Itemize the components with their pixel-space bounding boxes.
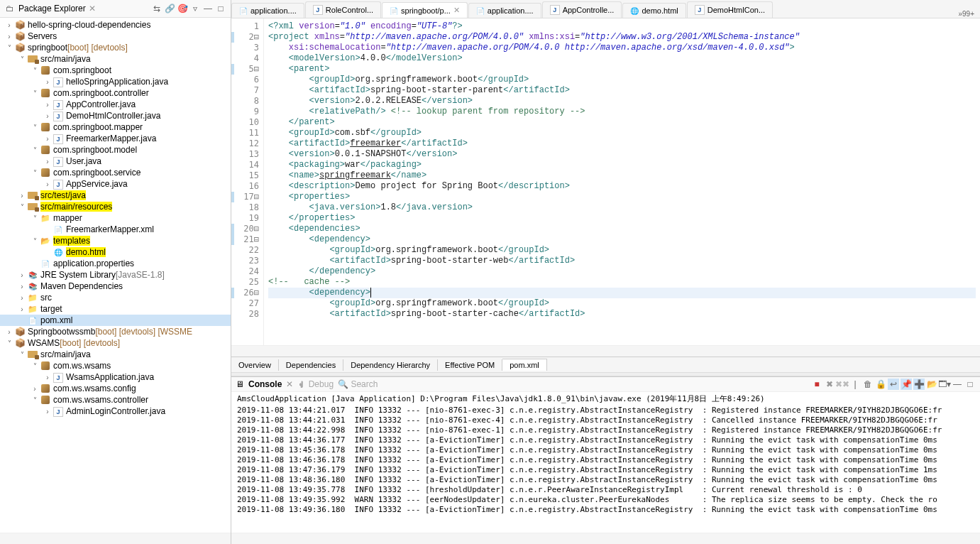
editor-tab[interactable]: application.... (231, 3, 304, 18)
code-line[interactable]: xsi:schemaLocation="http://maven.apache.… (268, 43, 976, 53)
remove-launch-icon[interactable]: ✖ (824, 379, 835, 390)
tree-item[interactable]: ˅com.springboot.service (0, 167, 231, 178)
expand-arrow-icon[interactable]: ˅ (30, 214, 40, 222)
tree-item[interactable]: FreemarkerMapper.xml (0, 224, 231, 235)
expand-arrow-icon[interactable]: ˅ (4, 44, 14, 52)
tree-item[interactable]: ›AppService.java (0, 178, 231, 190)
code-line[interactable]: <version>2.0.2.RELEASE</version> (268, 96, 976, 107)
tree-item[interactable]: ›target (0, 303, 231, 315)
code-line[interactable]: <groupId>org.springframework.boot</group… (268, 298, 976, 309)
tree-item[interactable]: ˅com.springboot (0, 65, 231, 76)
code-area[interactable]: <?xml version="1.0" encoding="UTF-8"?><p… (264, 18, 980, 345)
code-line[interactable]: <artifactId>spring-boot-starter-cache</a… (268, 309, 976, 320)
tree-item[interactable]: ›Maven Dependencies (0, 281, 231, 292)
tree-item[interactable]: ›User.java (0, 156, 231, 167)
display-view-icon[interactable]: ➕ (913, 379, 925, 390)
pom-tab[interactable]: Overview (231, 359, 279, 371)
expand-arrow-icon[interactable]: › (43, 180, 53, 188)
tree-item[interactable]: ˅com.springboot.model (0, 144, 231, 156)
tree-item[interactable]: pom.xml (0, 315, 231, 326)
expand-arrow-icon[interactable]: › (43, 408, 53, 415)
pom-tab[interactable]: Effective POM (438, 359, 502, 371)
code-line[interactable]: <artifactId>spring-boot-starter-parent</… (268, 85, 976, 96)
expand-arrow-icon[interactable]: › (17, 271, 27, 279)
pom-tab[interactable]: Dependency Hierarchy (343, 359, 438, 371)
code-line[interactable]: <name>springfreemark</name> (268, 170, 976, 181)
minimize-icon[interactable]: — (202, 3, 214, 14)
expand-arrow-icon[interactable]: ˅ (30, 396, 40, 404)
code-line[interactable]: <modelVersion>4.0.0</modelVersion> (268, 53, 976, 64)
tree-item[interactable]: ˅templates (0, 235, 231, 246)
collapse-all-icon[interactable]: ⇆ (151, 3, 163, 14)
terminate-icon[interactable]: ■ (811, 379, 822, 390)
maximize-icon[interactable]: □ (215, 3, 226, 14)
remove-all-icon[interactable]: ✖✖ (837, 379, 848, 390)
horizontal-scrollbar[interactable] (0, 533, 231, 544)
code-line[interactable]: <parent> (268, 64, 976, 75)
view-menu-icon[interactable]: ▿ (189, 3, 201, 14)
expand-arrow-icon[interactable]: ˅ (30, 89, 40, 97)
expand-arrow-icon[interactable]: › (30, 385, 40, 393)
tree-item[interactable]: ›📦hello-spring-cloud-dependencies (0, 19, 231, 31)
code-line[interactable]: </dependency> (268, 266, 976, 277)
console-h-scrollbar[interactable] (231, 533, 980, 544)
max-icon[interactable]: □ (964, 379, 976, 390)
tree-item[interactable]: ˅com.ws.wsams.controller (0, 394, 231, 406)
expand-arrow-icon[interactable]: ˅ (17, 55, 27, 63)
editor-tab[interactable]: DemoHtmlCon... (687, 1, 773, 18)
min-icon[interactable]: — (952, 379, 963, 390)
editor-tab[interactable]: AppControlle... (542, 1, 622, 18)
pom-tab[interactable]: Dependencies (279, 359, 343, 371)
code-line[interactable]: <packaging>war</packaging> (268, 160, 976, 170)
expand-arrow-icon[interactable]: ˅ (30, 362, 40, 370)
tree-item[interactable]: ›src/test/java (0, 190, 231, 201)
pom-tab[interactable]: pom.xml (502, 359, 547, 371)
code-line[interactable]: <dependencies> (268, 224, 976, 234)
close-icon[interactable]: ✕ (453, 6, 460, 15)
expand-arrow-icon[interactable]: › (4, 328, 14, 336)
code-line[interactable]: </parent> (268, 117, 976, 128)
expand-arrow-icon[interactable]: › (43, 374, 53, 381)
tabs-overflow-button[interactable]: »99+ (952, 10, 980, 18)
tree-item[interactable]: ˅com.springboot.controller (0, 87, 231, 99)
editor-h-scrollbar[interactable] (231, 345, 980, 357)
expand-arrow-icon[interactable]: ˅ (30, 169, 40, 177)
code-line[interactable]: <groupId>org.springframework.boot</group… (268, 245, 976, 256)
tree-item[interactable]: ›FreemarkerMapper.java (0, 133, 231, 144)
scroll-lock-icon[interactable]: 🔒 (875, 379, 886, 390)
code-line[interactable]: <artifactId>spring-boot-starter-web</art… (268, 256, 976, 266)
tree-item[interactable]: ›DemoHtmlController.java (0, 110, 231, 121)
expand-arrow-icon[interactable]: › (43, 112, 53, 120)
code-line[interactable]: <!-- cache --> (268, 277, 976, 288)
code-line[interactable]: <groupId>org.springframework.boot</group… (268, 75, 976, 85)
expand-arrow-icon[interactable]: ˅ (17, 351, 27, 359)
tree-item[interactable]: ˅src/main/java (0, 53, 231, 65)
focus-icon[interactable]: 🎯 (177, 3, 188, 14)
code-line[interactable]: <project xmlns="http://maven.apache.org/… (268, 32, 976, 43)
expand-arrow-icon[interactable]: › (17, 192, 27, 200)
tree-item[interactable]: ›helloSpringApplication.java (0, 76, 231, 87)
code-line[interactable]: <?xml version="1.0" encoding="UTF-8"?> (268, 21, 976, 32)
pin-console-icon[interactable]: 📌 (901, 379, 912, 390)
package-explorer-tree[interactable]: ›📦hello-spring-cloud-dependencies›📦Serve… (0, 18, 231, 533)
tree-item[interactable]: application.properties (0, 258, 231, 269)
tree-item[interactable]: ˅📦springboot [boot] [devtools] (0, 42, 231, 53)
expand-arrow-icon[interactable]: › (43, 135, 53, 143)
editor-tab[interactable]: springboot/p...✕ (382, 2, 468, 18)
code-line[interactable]: <dependency> (268, 234, 976, 245)
expand-arrow-icon[interactable]: ˅ (30, 124, 40, 131)
expand-arrow-icon[interactable]: › (43, 158, 53, 165)
debug-view-tab[interactable]: 🖠 Debug (297, 379, 334, 389)
expand-arrow-icon[interactable]: ˅ (30, 237, 40, 245)
clear-console-icon[interactable]: 🗑 (862, 379, 874, 390)
expand-arrow-icon[interactable]: › (43, 101, 53, 109)
tree-item[interactable]: ›AdminLoginController.java (0, 406, 231, 417)
search-view-tab[interactable]: 🔍 Search (338, 379, 378, 389)
tree-item[interactable]: ›JRE System Library [JavaSE-1.8] (0, 269, 231, 281)
expand-arrow-icon[interactable]: › (17, 294, 27, 302)
tree-item[interactable]: demo.html (0, 246, 231, 258)
code-line[interactable]: <properties> (268, 192, 976, 202)
code-line[interactable]: <dependency> (268, 288, 976, 298)
expand-arrow-icon[interactable]: ˅ (30, 67, 40, 75)
tree-item[interactable]: ˅mapper (0, 212, 231, 224)
